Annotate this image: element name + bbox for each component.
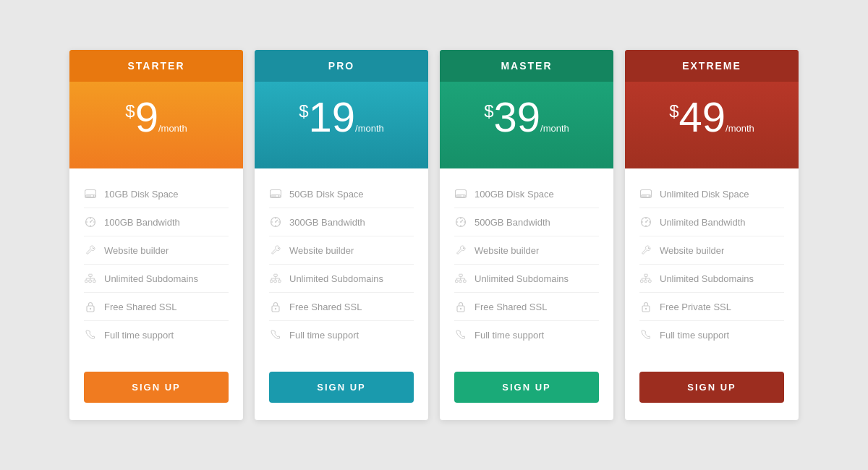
feature-item-pro-5: Full time support [269, 321, 414, 349]
svg-point-43 [275, 308, 276, 309]
svg-rect-36 [278, 280, 281, 282]
sitemap-icon [269, 272, 282, 285]
signup-button-starter[interactable]: SIGN UP [84, 372, 229, 403]
feature-text-master-5: Full time support [475, 330, 544, 341]
signup-button-master[interactable]: SIGN UP [454, 372, 599, 403]
feature-item-extreme-5: Full time support [639, 321, 784, 349]
feature-item-master-0: 100GB Disk Space [454, 180, 599, 208]
feature-item-master-2: Website builder [454, 236, 599, 265]
feature-item-pro-2: Website builder [269, 236, 414, 265]
svg-point-32 [275, 221, 276, 223]
feature-text-master-0: 100GB Disk Space [475, 189, 554, 200]
signup-button-extreme[interactable]: SIGN UP [639, 372, 784, 403]
feature-item-starter-0: 10GB Disk Space [84, 180, 229, 208]
svg-rect-35 [274, 280, 277, 282]
sitemap-icon [454, 272, 467, 285]
plan-price-pro: $19/month [269, 89, 414, 151]
pricing-card-pro: PRO$19/month 50GB Disk Space 300GB Bandw… [255, 50, 428, 420]
feature-item-pro-1: 300GB Bandwidth [269, 208, 414, 236]
svg-point-46 [464, 195, 465, 197]
svg-point-2 [93, 195, 95, 197]
hdd-icon [639, 187, 652, 200]
feature-text-pro-0: 50GB Disk Space [289, 189, 364, 200]
feature-text-extreme-5: Full time support [660, 330, 729, 341]
svg-point-68 [649, 195, 650, 197]
lock-icon [84, 300, 97, 313]
svg-rect-55 [459, 274, 462, 276]
card-body-starter: 10GB Disk Space 100GB Bandwidth Website … [69, 168, 243, 360]
svg-rect-44 [456, 190, 467, 198]
feature-text-pro-2: Website builder [289, 245, 354, 256]
svg-rect-78 [640, 280, 643, 282]
feature-item-extreme-0: Unlimited Disk Space [639, 180, 784, 208]
card-body-extreme: Unlimited Disk Space Unlimited Bandwidth… [625, 168, 799, 360]
feature-item-extreme-4: Free Private SSL [639, 293, 784, 321]
svg-point-54 [460, 221, 461, 223]
feature-item-starter-4: Free Shared SSL [84, 293, 229, 321]
feature-text-extreme-3: Unlimited Subdomains [660, 273, 754, 284]
svg-rect-13 [89, 280, 92, 282]
card-body-pro: 50GB Disk Space 300GB Bandwidth Website … [255, 168, 428, 360]
lock-icon [454, 300, 467, 313]
bandwidth-icon [84, 215, 97, 228]
hdd-icon [269, 187, 282, 200]
card-footer-extreme: SIGN UP [625, 360, 799, 420]
plan-name-extreme: EXTREME [625, 50, 799, 82]
svg-rect-33 [274, 274, 277, 276]
feature-item-master-5: Full time support [454, 321, 599, 349]
feature-text-pro-5: Full time support [289, 330, 359, 341]
svg-point-76 [645, 221, 647, 223]
feature-text-starter-2: Website builder [104, 245, 169, 256]
card-header-starter: STARTER$9/month [69, 50, 243, 168]
svg-point-24 [278, 195, 280, 197]
plan-name-master: MASTER [440, 50, 613, 82]
pricing-card-starter: STARTER$9/month 10GB Disk Space 100GB Ba… [69, 50, 243, 420]
signup-button-pro[interactable]: SIGN UP [269, 372, 414, 403]
pricing-card-extreme: EXTREME$49/month Unlimited Disk Space Un… [625, 50, 799, 420]
feature-item-master-1: 500GB Bandwidth [454, 208, 599, 236]
bandwidth-icon [639, 215, 652, 228]
card-header-pro: PRO$19/month [255, 50, 428, 168]
feature-text-master-1: 500GB Bandwidth [475, 217, 550, 228]
svg-rect-14 [93, 280, 96, 282]
svg-rect-57 [459, 280, 462, 282]
svg-point-10 [90, 221, 91, 223]
bandwidth-icon [454, 215, 467, 228]
feature-item-master-3: Unlimited Subdomains [454, 265, 599, 293]
bandwidth-icon [269, 215, 282, 228]
phone-icon [454, 328, 467, 341]
phone-icon [269, 328, 282, 341]
feature-text-pro-4: Free Shared SSL [289, 302, 362, 312]
feature-item-starter-2: Website builder [84, 236, 229, 265]
feature-item-extreme-2: Website builder [639, 236, 784, 265]
feature-item-pro-0: 50GB Disk Space [269, 180, 414, 208]
card-footer-starter: SIGN UP [69, 360, 243, 420]
svg-rect-22 [271, 190, 281, 198]
feature-text-pro-1: 300GB Bandwidth [289, 217, 365, 228]
feature-text-extreme-1: Unlimited Bandwidth [660, 217, 746, 228]
feature-item-master-4: Free Shared SSL [454, 293, 599, 321]
plan-price-master: $39/month [454, 89, 599, 151]
feature-text-starter-5: Full time support [104, 330, 174, 341]
svg-point-87 [645, 308, 647, 309]
feature-text-master-3: Unlimited Subdomains [475, 273, 569, 284]
feature-item-extreme-1: Unlimited Bandwidth [639, 208, 784, 236]
svg-rect-77 [644, 274, 647, 276]
card-body-master: 100GB Disk Space 500GB Bandwidth Website… [440, 168, 613, 360]
feature-text-master-4: Free Shared SSL [475, 302, 547, 312]
wrench-icon [269, 244, 282, 257]
card-footer-master: SIGN UP [440, 360, 613, 420]
feature-text-starter-3: Unlimited Subdomains [104, 273, 198, 284]
card-header-master: MASTER$39/month [440, 50, 613, 168]
phone-icon [639, 328, 652, 341]
feature-item-starter-3: Unlimited Subdomains [84, 265, 229, 293]
feature-text-extreme-4: Free Private SSL [660, 302, 731, 312]
feature-item-pro-3: Unlimited Subdomains [269, 265, 414, 293]
svg-rect-66 [641, 190, 652, 198]
svg-rect-12 [85, 280, 88, 282]
svg-rect-79 [644, 280, 647, 282]
lock-icon [269, 300, 282, 313]
svg-rect-56 [455, 280, 458, 282]
svg-rect-34 [270, 280, 273, 282]
feature-item-extreme-3: Unlimited Subdomains [639, 265, 784, 293]
